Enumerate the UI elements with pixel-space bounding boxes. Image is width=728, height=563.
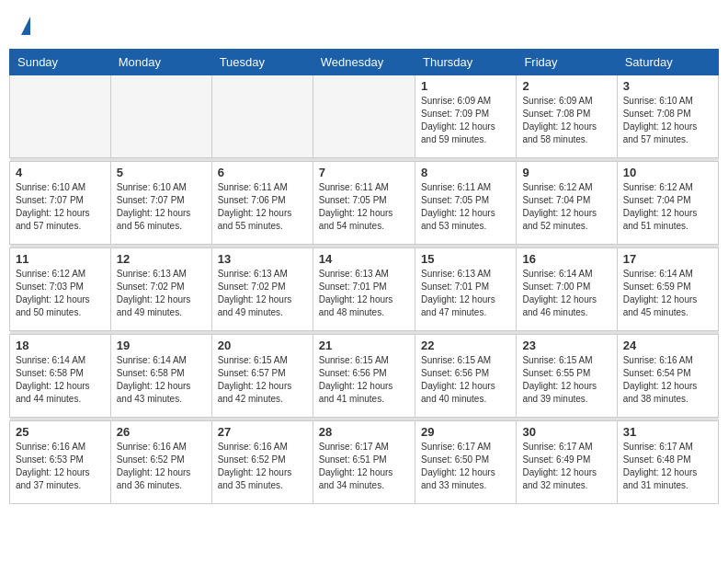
day-number: 19 <box>117 339 206 352</box>
day-number: 5 <box>117 166 206 179</box>
day-info-text: Sunrise: 6:09 AM Sunset: 7:09 PM Dayligh… <box>421 95 510 146</box>
calendar-week-row: 25Sunrise: 6:16 AM Sunset: 6:53 PM Dayli… <box>10 421 719 504</box>
calendar-day-5: 5Sunrise: 6:10 AM Sunset: 7:07 PM Daylig… <box>110 162 211 245</box>
calendar-day-8: 8Sunrise: 6:11 AM Sunset: 7:05 PM Daylig… <box>415 162 517 245</box>
day-info-text: Sunrise: 6:12 AM Sunset: 7:04 PM Dayligh… <box>623 181 712 233</box>
day-number: 21 <box>319 339 409 352</box>
day-info-text: Sunrise: 6:15 AM Sunset: 6:56 PM Dayligh… <box>421 354 510 406</box>
calendar-day-28: 28Sunrise: 6:17 AM Sunset: 6:51 PM Dayli… <box>313 421 415 504</box>
day-info-text: Sunrise: 6:17 AM Sunset: 6:51 PM Dayligh… <box>319 441 409 492</box>
day-number: 23 <box>522 339 610 352</box>
calendar-day-16: 16Sunrise: 6:14 AM Sunset: 7:00 PM Dayli… <box>517 248 617 331</box>
calendar-day-22: 22Sunrise: 6:15 AM Sunset: 6:56 PM Dayli… <box>415 335 517 418</box>
day-number: 28 <box>319 425 409 439</box>
day-info-text: Sunrise: 6:12 AM Sunset: 7:03 PM Dayligh… <box>16 268 105 319</box>
day-number: 17 <box>623 252 712 266</box>
calendar-day-7: 7Sunrise: 6:11 AM Sunset: 7:05 PM Daylig… <box>313 162 415 245</box>
weekday-header-row: SundayMondayTuesdayWednesdayThursdayFrid… <box>10 50 719 75</box>
day-info-text: Sunrise: 6:10 AM Sunset: 7:07 PM Dayligh… <box>117 181 206 233</box>
day-info-text: Sunrise: 6:11 AM Sunset: 7:05 PM Dayligh… <box>421 181 510 233</box>
calendar-day-18: 18Sunrise: 6:14 AM Sunset: 6:58 PM Dayli… <box>10 335 111 418</box>
calendar-day-15: 15Sunrise: 6:13 AM Sunset: 7:01 PM Dayli… <box>415 248 517 331</box>
day-number: 8 <box>421 166 510 179</box>
day-info-text: Sunrise: 6:13 AM Sunset: 7:02 PM Dayligh… <box>117 268 206 319</box>
day-info-text: Sunrise: 6:16 AM Sunset: 6:53 PM Dayligh… <box>16 441 105 492</box>
calendar-day-2: 2Sunrise: 6:09 AM Sunset: 7:08 PM Daylig… <box>517 75 617 158</box>
day-info-text: Sunrise: 6:12 AM Sunset: 7:04 PM Dayligh… <box>522 181 610 233</box>
day-number: 9 <box>522 166 610 179</box>
calendar-day-3: 3Sunrise: 6:10 AM Sunset: 7:08 PM Daylig… <box>617 75 718 158</box>
day-number: 15 <box>421 252 510 266</box>
calendar-week-row: 18Sunrise: 6:14 AM Sunset: 6:58 PM Dayli… <box>10 335 719 418</box>
day-info-text: Sunrise: 6:16 AM Sunset: 6:52 PM Dayligh… <box>218 441 307 492</box>
day-info-text: Sunrise: 6:10 AM Sunset: 7:07 PM Dayligh… <box>16 181 105 233</box>
day-number: 11 <box>16 252 105 266</box>
day-info-text: Sunrise: 6:15 AM Sunset: 6:56 PM Dayligh… <box>319 354 409 406</box>
weekday-header-sunday: Sunday <box>10 50 111 75</box>
weekday-header-friday: Friday <box>517 50 617 75</box>
calendar-week-row: 11Sunrise: 6:12 AM Sunset: 7:03 PM Dayli… <box>10 248 719 331</box>
calendar-day-29: 29Sunrise: 6:17 AM Sunset: 6:50 PM Dayli… <box>415 421 517 504</box>
day-info-text: Sunrise: 6:16 AM Sunset: 6:52 PM Dayligh… <box>117 441 206 492</box>
day-number: 4 <box>16 166 105 179</box>
day-number: 22 <box>421 339 510 352</box>
calendar-day-6: 6Sunrise: 6:11 AM Sunset: 7:06 PM Daylig… <box>211 162 313 245</box>
day-info-text: Sunrise: 6:14 AM Sunset: 6:58 PM Dayligh… <box>117 354 206 406</box>
calendar-day-4: 4Sunrise: 6:10 AM Sunset: 7:07 PM Daylig… <box>10 162 111 245</box>
day-info-text: Sunrise: 6:11 AM Sunset: 7:05 PM Dayligh… <box>319 181 409 233</box>
calendar-day-14: 14Sunrise: 6:13 AM Sunset: 7:01 PM Dayli… <box>313 248 415 331</box>
day-info-text: Sunrise: 6:17 AM Sunset: 6:50 PM Dayligh… <box>421 441 510 492</box>
calendar-day-21: 21Sunrise: 6:15 AM Sunset: 6:56 PM Dayli… <box>313 335 415 418</box>
calendar-day-27: 27Sunrise: 6:16 AM Sunset: 6:52 PM Dayli… <box>211 421 313 504</box>
calendar-day-11: 11Sunrise: 6:12 AM Sunset: 7:03 PM Dayli… <box>10 248 111 331</box>
logo-arrow-icon <box>21 17 30 35</box>
calendar-day-23: 23Sunrise: 6:15 AM Sunset: 6:55 PM Dayli… <box>517 335 617 418</box>
day-number: 13 <box>218 252 307 266</box>
day-number: 27 <box>218 425 307 439</box>
day-number: 24 <box>623 339 712 352</box>
calendar-day-31: 31Sunrise: 6:17 AM Sunset: 6:48 PM Dayli… <box>617 421 718 504</box>
logo <box>18 14 30 35</box>
calendar-day-17: 17Sunrise: 6:14 AM Sunset: 6:59 PM Dayli… <box>617 248 718 331</box>
day-number: 29 <box>421 425 510 439</box>
weekday-header-tuesday: Tuesday <box>211 50 313 75</box>
day-info-text: Sunrise: 6:13 AM Sunset: 7:02 PM Dayligh… <box>218 268 307 319</box>
day-info-text: Sunrise: 6:14 AM Sunset: 6:58 PM Dayligh… <box>16 354 105 406</box>
day-number: 20 <box>218 339 307 352</box>
day-number: 26 <box>117 425 206 439</box>
day-info-text: Sunrise: 6:14 AM Sunset: 6:59 PM Dayligh… <box>623 268 712 319</box>
calendar-empty-cell <box>10 75 111 158</box>
day-number: 31 <box>623 425 712 439</box>
day-info-text: Sunrise: 6:10 AM Sunset: 7:08 PM Dayligh… <box>623 95 712 146</box>
day-number: 10 <box>623 166 712 179</box>
day-number: 14 <box>319 252 409 266</box>
calendar-day-10: 10Sunrise: 6:12 AM Sunset: 7:04 PM Dayli… <box>617 162 718 245</box>
day-number: 3 <box>623 79 712 93</box>
day-number: 12 <box>117 252 206 266</box>
day-info-text: Sunrise: 6:15 AM Sunset: 6:55 PM Dayligh… <box>522 354 610 406</box>
day-info-text: Sunrise: 6:15 AM Sunset: 6:57 PM Dayligh… <box>218 354 307 406</box>
day-info-text: Sunrise: 6:13 AM Sunset: 7:01 PM Dayligh… <box>319 268 409 319</box>
calendar-day-9: 9Sunrise: 6:12 AM Sunset: 7:04 PM Daylig… <box>517 162 617 245</box>
weekday-header-saturday: Saturday <box>617 50 718 75</box>
day-info-text: Sunrise: 6:17 AM Sunset: 6:48 PM Dayligh… <box>623 441 712 492</box>
day-number: 16 <box>522 252 610 266</box>
page-header <box>9 9 719 40</box>
calendar-table: SundayMondayTuesdayWednesdayThursdayFrid… <box>9 49 719 504</box>
day-number: 25 <box>16 425 105 439</box>
day-info-text: Sunrise: 6:09 AM Sunset: 7:08 PM Dayligh… <box>522 95 610 146</box>
day-number: 7 <box>319 166 409 179</box>
calendar-day-12: 12Sunrise: 6:13 AM Sunset: 7:02 PM Dayli… <box>110 248 211 331</box>
day-info-text: Sunrise: 6:14 AM Sunset: 7:00 PM Dayligh… <box>522 268 610 319</box>
calendar-day-24: 24Sunrise: 6:16 AM Sunset: 6:54 PM Dayli… <box>617 335 718 418</box>
calendar-day-13: 13Sunrise: 6:13 AM Sunset: 7:02 PM Dayli… <box>211 248 313 331</box>
calendar-day-20: 20Sunrise: 6:15 AM Sunset: 6:57 PM Dayli… <box>211 335 313 418</box>
calendar-day-1: 1Sunrise: 6:09 AM Sunset: 7:09 PM Daylig… <box>415 75 517 158</box>
calendar-empty-cell <box>313 75 415 158</box>
calendar-empty-cell <box>110 75 211 158</box>
day-info-text: Sunrise: 6:13 AM Sunset: 7:01 PM Dayligh… <box>421 268 510 319</box>
day-info-text: Sunrise: 6:16 AM Sunset: 6:54 PM Dayligh… <box>623 354 712 406</box>
day-number: 2 <box>522 79 610 93</box>
day-number: 18 <box>16 339 105 352</box>
calendar-empty-cell <box>211 75 313 158</box>
